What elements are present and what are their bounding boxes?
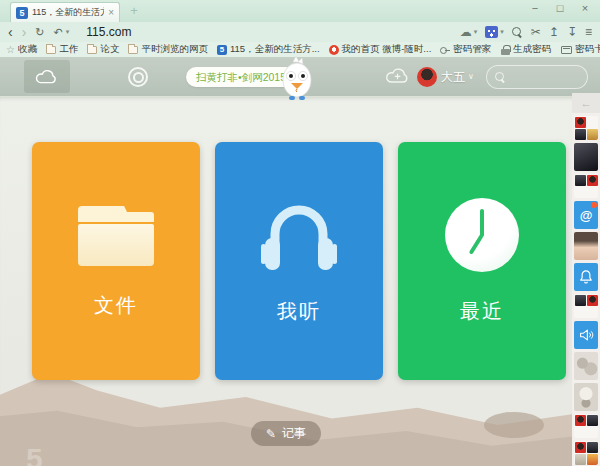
- page-content: 文件 我听 最: [0, 97, 572, 466]
- bookmarks-bar: ☆ 收藏 ▾ 工作 论文 平时浏览的网页 5 115，全新的生活方... 我的首…: [0, 42, 600, 57]
- card-recent[interactable]: 最近: [398, 142, 566, 380]
- cloud-dropdown-icon[interactable]: ▾: [474, 28, 478, 36]
- card-label: 文件: [94, 292, 138, 319]
- avatar-tile-pair[interactable]: [574, 294, 598, 318]
- headphones-icon: [253, 200, 345, 272]
- browser-window: 5 115，全新的生活方式！ × + − □ × ‹ › ↻ ↶ ▾ 115.c…: [0, 0, 600, 466]
- user-avatar[interactable]: [417, 67, 437, 87]
- extension-dropdown-icon[interactable]: ▾: [500, 28, 504, 36]
- tab-title: 115，全新的生活方式！: [32, 6, 104, 19]
- notification-dot: [591, 202, 597, 208]
- search-icon: [495, 72, 506, 83]
- bell-icon: [577, 268, 595, 286]
- tab-bar: 5 115，全新的生活方式！ × + − □ ×: [0, 0, 600, 22]
- history-dropdown-icon[interactable]: ▾: [66, 28, 70, 36]
- site-115-icon: 5: [217, 45, 227, 55]
- extension-icon[interactable]: [485, 26, 498, 38]
- key-icon: [440, 45, 450, 55]
- download-icon[interactable]: ↧: [567, 25, 577, 39]
- new-tab-button[interactable]: +: [126, 3, 142, 18]
- password-card-button[interactable]: 密码卡片: [561, 43, 600, 56]
- bookmark-item-115[interactable]: 5 115，全新的生活方...: [217, 43, 320, 56]
- window-controls: − □ ×: [528, 2, 592, 14]
- password-manager-button[interactable]: 密码管家: [440, 43, 491, 56]
- notes-button[interactable]: ✎ 记事: [251, 421, 321, 446]
- card-label: 我听: [277, 298, 321, 325]
- avatar-tile-group[interactable]: [574, 116, 598, 140]
- address-bar[interactable]: 115.com: [86, 25, 131, 39]
- card-files[interactable]: 文件: [32, 142, 200, 380]
- star-icon: ☆: [6, 44, 15, 55]
- avatar-tile-cat[interactable]: [574, 352, 598, 380]
- at-icon: @: [580, 208, 593, 223]
- card-label: 最近: [460, 298, 504, 325]
- page-115: 扫黄打非•剑网2015 大五: [0, 57, 600, 466]
- background-mound: [484, 412, 544, 438]
- mail-tile[interactable]: @: [574, 201, 598, 229]
- close-button[interactable]: ×: [578, 2, 592, 14]
- navigation-toolbar: ‹ › ↻ ↶ ▾ 115.com ☁ ▾ ▾ ✂ ↥ ↧ ≡: [0, 22, 600, 42]
- password-tools: 密码管家 生成密码 密码卡片: [440, 43, 600, 56]
- folder-icon: [78, 206, 154, 266]
- reload-button[interactable]: ↻: [35, 26, 44, 39]
- notes-label: 记事: [282, 425, 306, 442]
- favorites-caret-icon: ▾: [34, 46, 38, 54]
- announcement-tile[interactable]: [574, 321, 598, 349]
- site-search-input[interactable]: [486, 65, 588, 89]
- cloud-home-button[interactable]: [24, 60, 70, 93]
- mascot-bird-icon: [277, 56, 317, 101]
- site-header: 扫黄打非•剑网2015 大五: [0, 57, 600, 97]
- minimize-button[interactable]: −: [528, 2, 542, 14]
- back-button[interactable]: ‹: [8, 25, 13, 39]
- folder-icon: [87, 46, 97, 54]
- clip-icon[interactable]: ✂: [531, 25, 541, 39]
- generate-password-button[interactable]: 生成密码: [501, 43, 551, 56]
- folder-icon: [46, 46, 56, 54]
- favorites-menu[interactable]: ☆ 收藏 ▾: [6, 43, 37, 56]
- user-name[interactable]: 大五: [441, 69, 465, 86]
- cloud-upload-button[interactable]: [384, 66, 412, 90]
- avatar-tiles: @: [574, 116, 598, 465]
- user-menu-caret-icon[interactable]: ∨: [468, 72, 474, 81]
- bookmark-item[interactable]: 平时浏览的网页: [128, 43, 208, 56]
- avatar-tile-pair[interactable]: [574, 414, 598, 438]
- lock-icon: [501, 45, 510, 55]
- rail-collapse-button[interactable]: ←: [572, 93, 600, 113]
- bookmark-item[interactable]: 论文: [87, 43, 119, 56]
- browser-tab[interactable]: 5 115，全新的生活方式！ ×: [10, 2, 120, 22]
- contact-rail: ← @: [572, 93, 600, 466]
- folder-icon: [128, 46, 138, 54]
- avatar-tile-boy[interactable]: [574, 232, 598, 260]
- site-favicon: 5: [16, 7, 28, 19]
- notifications-tile[interactable]: [574, 263, 598, 291]
- clock-icon: [445, 198, 519, 272]
- speaker-icon: [577, 326, 595, 344]
- avatar-tile-group[interactable]: [574, 441, 598, 465]
- card-icon: [561, 46, 572, 54]
- forward-button[interactable]: ›: [22, 25, 27, 39]
- bookmark-item-weibo[interactable]: 我的首页 微博-随时...: [329, 43, 432, 56]
- menu-icon[interactable]: ≡: [585, 25, 592, 39]
- avatar-tile-skull[interactable]: [574, 383, 598, 411]
- card-listen[interactable]: 我听: [215, 142, 383, 380]
- maximize-button[interactable]: □: [553, 2, 567, 14]
- pencil-icon: ✎: [266, 427, 276, 441]
- search-icon[interactable]: [512, 27, 523, 38]
- target-icon[interactable]: [128, 67, 148, 87]
- app-cards: 文件 我听 最: [32, 142, 566, 380]
- upload-icon[interactable]: ↥: [549, 25, 559, 39]
- avatar-tile-pair[interactable]: [574, 174, 598, 198]
- toolbar-right-icons: ☁ ▾ ▾ ✂ ↥ ↧ ≡: [460, 25, 592, 39]
- history-button[interactable]: ↶: [54, 26, 63, 39]
- weibo-icon: [329, 45, 339, 55]
- cloud-icon: [34, 68, 60, 86]
- cloud-sync-icon[interactable]: ☁: [460, 25, 472, 39]
- tab-close-icon[interactable]: ×: [108, 8, 114, 18]
- watermark-5: 5: [26, 442, 43, 466]
- bookmark-item[interactable]: 工作: [46, 43, 78, 56]
- avatar-tile-dark[interactable]: [574, 143, 598, 171]
